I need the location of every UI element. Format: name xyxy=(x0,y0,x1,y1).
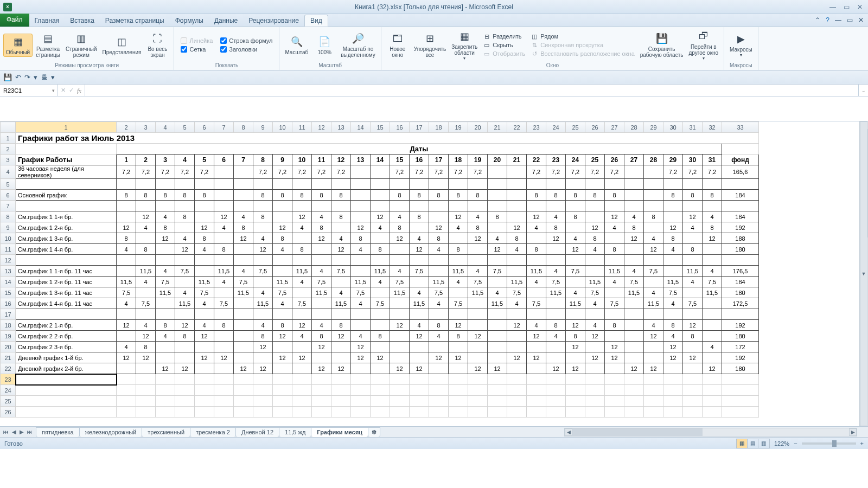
cell[interactable] xyxy=(429,374,449,385)
cell[interactable]: 11,5 xyxy=(136,266,156,277)
cell[interactable]: 7,5 xyxy=(624,277,644,287)
cell[interactable] xyxy=(371,407,390,418)
cell[interactable] xyxy=(429,309,449,320)
cell[interactable] xyxy=(566,179,585,190)
cell[interactable]: 12 xyxy=(703,233,722,244)
column-header[interactable]: 19 xyxy=(449,122,468,133)
cell[interactable]: 4 xyxy=(292,277,312,287)
cell[interactable] xyxy=(136,309,156,320)
cell[interactable] xyxy=(449,374,468,385)
cell[interactable]: 7,5 xyxy=(449,298,468,309)
cell[interactable]: 8 xyxy=(292,190,312,201)
cell[interactable] xyxy=(507,179,527,190)
scroll-right-icon[interactable]: ▶ xyxy=(849,428,857,436)
cell[interactable] xyxy=(390,309,410,320)
cell[interactable] xyxy=(253,407,273,418)
qat-icon[interactable]: ▾ xyxy=(34,73,37,81)
cell[interactable]: 8 xyxy=(488,211,507,222)
column-header[interactable]: 24 xyxy=(546,122,566,133)
cell[interactable] xyxy=(214,385,234,396)
cell[interactable] xyxy=(683,287,703,298)
cell[interactable] xyxy=(371,309,390,320)
cell[interactable]: 7,5 xyxy=(292,298,312,309)
cell[interactable] xyxy=(253,352,273,363)
cell[interactable] xyxy=(234,244,253,255)
column-header[interactable]: 6 xyxy=(195,122,214,133)
cell[interactable] xyxy=(644,179,663,190)
cell[interactable]: 7,5 xyxy=(585,287,605,298)
cell[interactable]: 4 xyxy=(351,244,371,255)
cell[interactable] xyxy=(312,385,331,396)
cell[interactable]: 8 xyxy=(156,190,175,201)
cell[interactable] xyxy=(605,255,624,266)
cell[interactable] xyxy=(527,255,546,266)
row-header[interactable]: 21 xyxy=(1,352,16,363)
cell[interactable] xyxy=(331,396,351,407)
cell[interactable] xyxy=(546,374,566,385)
cell[interactable] xyxy=(410,352,429,363)
cell[interactable]: 7,5 xyxy=(273,287,292,298)
cell[interactable] xyxy=(117,374,136,385)
cell[interactable]: 7,5 xyxy=(195,287,214,298)
cell[interactable]: 12 xyxy=(449,352,468,363)
cell[interactable] xyxy=(117,255,136,266)
cell[interactable]: 11,5 xyxy=(253,298,273,309)
cell[interactable] xyxy=(429,407,449,418)
fund-cell[interactable] xyxy=(722,309,759,320)
cell[interactable] xyxy=(117,407,136,418)
cell[interactable] xyxy=(585,201,605,211)
cell[interactable] xyxy=(585,396,605,407)
cell[interactable] xyxy=(156,342,175,352)
cell[interactable] xyxy=(507,201,527,211)
cell[interactable]: 8 xyxy=(351,233,371,244)
row-header[interactable]: 15 xyxy=(1,287,16,298)
cell[interactable] xyxy=(234,201,253,211)
cell[interactable] xyxy=(175,277,195,287)
cell[interactable] xyxy=(644,277,663,287)
cell[interactable] xyxy=(195,407,214,418)
cell[interactable]: 8 xyxy=(566,190,585,201)
cell[interactable] xyxy=(253,201,273,211)
cell[interactable] xyxy=(136,374,156,385)
cell[interactable] xyxy=(429,363,449,374)
ruler-checkbox[interactable]: Линейка xyxy=(181,37,213,44)
cell[interactable]: 12 xyxy=(449,320,468,331)
cell[interactable] xyxy=(585,363,605,374)
cell[interactable] xyxy=(214,179,234,190)
cell[interactable]: 7,5 xyxy=(214,298,234,309)
cell[interactable]: 12 xyxy=(117,320,136,331)
row-header[interactable]: 1 xyxy=(1,133,16,144)
cell[interactable]: 7,2 xyxy=(156,165,175,179)
cell[interactable] xyxy=(468,320,488,331)
cell[interactable]: 8 xyxy=(214,320,234,331)
cell[interactable]: 12 xyxy=(605,211,624,222)
cell[interactable] xyxy=(527,374,546,385)
fund-cell[interactable]: 184 xyxy=(722,190,759,201)
cell[interactable]: 11,5 xyxy=(605,266,624,277)
cell[interactable]: 7,2 xyxy=(527,165,546,179)
cell[interactable] xyxy=(507,396,527,407)
column-header[interactable]: 26 xyxy=(585,122,605,133)
cell[interactable]: 4 xyxy=(117,342,136,352)
prev-sheet-icon[interactable]: ◀ xyxy=(11,429,17,435)
name-box[interactable]: R23C1 xyxy=(0,85,58,96)
cell[interactable]: 4 xyxy=(507,244,527,255)
cell[interactable]: 4 xyxy=(449,222,468,233)
cell[interactable] xyxy=(566,255,585,266)
cell[interactable] xyxy=(214,363,234,374)
cell[interactable] xyxy=(585,385,605,396)
cell[interactable]: 12 xyxy=(663,222,683,233)
cell[interactable] xyxy=(605,396,624,407)
cell[interactable] xyxy=(117,211,136,222)
cell[interactable]: 7,5 xyxy=(351,287,371,298)
cell[interactable] xyxy=(546,201,566,211)
cell[interactable] xyxy=(605,287,624,298)
cell[interactable]: 8 xyxy=(175,211,195,222)
cell[interactable]: 4 xyxy=(175,287,195,298)
cell[interactable] xyxy=(410,277,429,287)
cell[interactable] xyxy=(488,396,507,407)
cell[interactable] xyxy=(156,298,175,309)
cell[interactable] xyxy=(351,320,371,331)
cell[interactable] xyxy=(644,396,663,407)
cell[interactable] xyxy=(371,190,390,201)
